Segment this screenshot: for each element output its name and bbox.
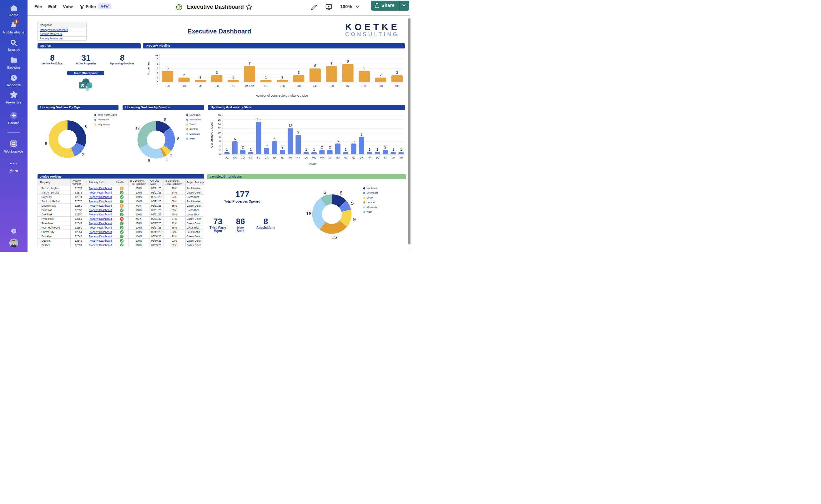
svg-text:6: 6: [324, 189, 326, 195]
svg-text:+10: +10: [264, 84, 268, 88]
svg-text:PA: PA: [368, 156, 371, 159]
svg-text:12: 12: [218, 127, 221, 130]
svg-text:2: 2: [384, 145, 386, 149]
svg-text:5: 5: [84, 125, 87, 129]
svg-text:9: 9: [45, 141, 47, 146]
svg-text:CO: CO: [241, 156, 245, 159]
svg-text:+20: +20: [280, 84, 285, 88]
svg-text:16: 16: [218, 118, 221, 121]
svg-text:12: 12: [288, 124, 292, 128]
svg-text:+40: +40: [313, 84, 318, 88]
svg-text:5: 5: [167, 66, 169, 70]
svg-text:6: 6: [157, 67, 158, 70]
svg-text:ID: ID: [273, 156, 276, 159]
svg-text:2: 2: [281, 145, 283, 149]
svg-text:9: 9: [148, 159, 150, 163]
svg-text:-20: -20: [215, 84, 219, 88]
svg-text:2: 2: [380, 73, 381, 77]
svg-text:1: 1: [281, 75, 283, 79]
svg-text:1: 1: [199, 75, 201, 79]
svg-text:2: 2: [82, 153, 84, 157]
svg-text:Go-Live: Go-Live: [245, 84, 254, 88]
svg-text:7: 7: [330, 62, 332, 65]
svg-text:8: 8: [340, 190, 343, 195]
svg-text:6: 6: [234, 137, 236, 141]
svg-text:8: 8: [347, 59, 349, 63]
svg-text:-40: -40: [182, 84, 186, 88]
svg-text:18: 18: [306, 211, 311, 216]
svg-text:LA: LA: [305, 156, 308, 159]
svg-text:1: 1: [376, 148, 378, 151]
svg-text:MD: MD: [312, 156, 316, 159]
svg-text:State: State: [310, 162, 317, 166]
svg-text:2: 2: [329, 145, 331, 149]
svg-text:CA: CA: [233, 156, 237, 159]
svg-text:15: 15: [331, 234, 337, 240]
svg-text:8: 8: [360, 133, 362, 136]
svg-text:3: 3: [216, 71, 218, 74]
svg-text:1: 1: [392, 148, 394, 151]
svg-text:1: 1: [226, 148, 228, 151]
svg-text:8: 8: [177, 137, 179, 141]
svg-text:MO: MO: [336, 156, 340, 159]
svg-text:4: 4: [219, 144, 221, 147]
svg-text:+70: +70: [362, 84, 367, 88]
svg-text:2: 2: [321, 145, 323, 149]
svg-text:5: 5: [164, 118, 166, 122]
svg-text:4: 4: [157, 71, 158, 74]
svg-text:S: S: [81, 83, 84, 88]
svg-text:-50: -50: [166, 84, 170, 88]
svg-text:TX: TX: [384, 156, 387, 159]
svg-text:1: 1: [232, 75, 234, 79]
svg-text:2: 2: [242, 145, 244, 149]
svg-text:OK: OK: [360, 156, 364, 159]
svg-text:1: 1: [313, 148, 315, 151]
svg-text:0: 0: [157, 81, 158, 84]
svg-text:CT: CT: [249, 156, 253, 159]
svg-text:FL: FL: [257, 156, 260, 159]
svg-text:1: 1: [166, 157, 168, 161]
svg-text:10: 10: [218, 131, 221, 134]
svg-text:NV: NV: [344, 156, 348, 159]
svg-text:12: 12: [155, 53, 159, 56]
svg-text:Upcoming Go-Lives: Upcoming Go-Lives: [210, 122, 213, 148]
svg-text:+50: +50: [329, 84, 334, 88]
svg-text:8: 8: [219, 135, 221, 139]
svg-text:10: 10: [155, 58, 159, 61]
svg-text:5: 5: [363, 66, 365, 70]
svg-text:2: 2: [157, 76, 158, 79]
svg-text:18: 18: [218, 114, 221, 117]
svg-text:7: 7: [249, 62, 250, 65]
svg-text:2: 2: [170, 154, 173, 158]
svg-text:8: 8: [157, 62, 158, 65]
svg-text:MA: MA: [320, 156, 324, 159]
svg-text:-30: -30: [199, 84, 203, 88]
svg-text:IN: IN: [289, 156, 292, 159]
svg-text:3: 3: [298, 71, 300, 74]
svg-text:1: 1: [345, 148, 347, 151]
svg-text:0: 0: [219, 153, 221, 156]
svg-text:6: 6: [274, 137, 275, 141]
svg-text:WI: WI: [400, 156, 403, 159]
svg-text:AZ: AZ: [225, 156, 229, 159]
svg-text:+60: +60: [345, 84, 350, 88]
svg-text:6: 6: [314, 64, 316, 68]
svg-text:+30: +30: [296, 84, 301, 88]
svg-text:KY: KY: [296, 156, 300, 159]
svg-text:Properties: Properties: [147, 62, 150, 75]
svg-text:1: 1: [250, 148, 252, 151]
svg-text:14: 14: [218, 123, 221, 126]
svg-text:GA: GA: [264, 156, 269, 159]
svg-text:6: 6: [219, 140, 221, 143]
svg-text:NJ: NJ: [352, 156, 355, 159]
svg-text:-10: -10: [231, 84, 235, 88]
svg-text:MI: MI: [328, 156, 331, 159]
svg-text:+80: +80: [378, 84, 383, 88]
svg-text:1: 1: [305, 148, 307, 151]
svg-text:1: 1: [265, 75, 267, 79]
svg-text:VA: VA: [391, 156, 395, 159]
svg-text:15: 15: [257, 117, 260, 121]
svg-text:SC: SC: [375, 156, 379, 159]
svg-text:12: 12: [135, 126, 140, 130]
svg-text:3: 3: [266, 143, 268, 147]
